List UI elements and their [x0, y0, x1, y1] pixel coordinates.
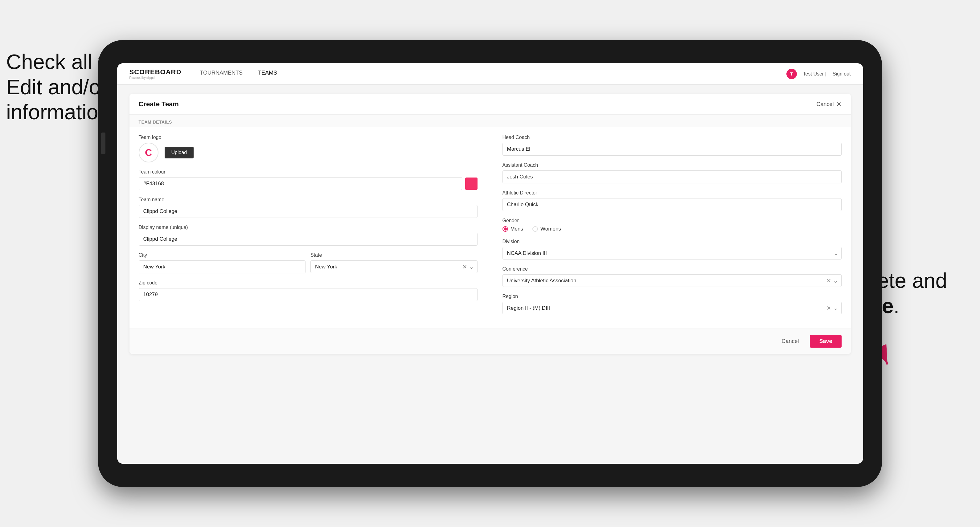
team-logo-group: Team logo C Upload — [139, 135, 477, 162]
conference-clear-icon[interactable]: ✕ — [826, 277, 831, 284]
athletic-director-input[interactable] — [503, 198, 842, 211]
panel-title: Create Team — [139, 100, 179, 108]
tablet-side-button — [101, 133, 105, 154]
mens-radio-dot[interactable] — [503, 226, 508, 232]
create-team-panel: Create Team Cancel ✕ TEAM DETAILS Team l… — [129, 94, 851, 354]
panel-footer: Cancel Save — [129, 329, 851, 354]
close-icon: ✕ — [836, 100, 842, 108]
cancel-footer-button[interactable]: Cancel — [775, 335, 805, 348]
gender-mens-option[interactable]: Mens — [503, 226, 523, 232]
mens-label: Mens — [511, 226, 523, 232]
state-clear-icon[interactable]: ✕ — [462, 264, 467, 270]
city-label: City — [139, 252, 306, 258]
logo-area: SCOREBOARD Powered by clippd — [129, 68, 181, 79]
assistant-coach-input[interactable] — [503, 170, 842, 183]
zip-label: Zip code — [139, 280, 477, 286]
division-group: Division NCAA Division III ⌄ — [503, 239, 842, 259]
state-select-wrapper: New York ✕ ⌄ — [310, 260, 477, 273]
region-label: Region — [503, 294, 842, 299]
form-right: Head Coach Assistant Coach Athletic Dire… — [490, 135, 842, 321]
save-button[interactable]: Save — [810, 335, 841, 348]
region-select-wrapper: Region II - (M) DIII ✕ ⌄ — [503, 302, 842, 314]
form-body: Team logo C Upload Team colour — [129, 127, 851, 329]
city-state-group: City State New York ✕ ⌄ — [139, 252, 477, 273]
tablet-screen: SCOREBOARD Powered by clippd TOURNAMENTS… — [117, 63, 863, 464]
instruction-period: . — [894, 294, 900, 317]
conference-select-wrapper: University Athletic Association ✕ ⌄ — [503, 274, 842, 287]
region-clear-icon[interactable]: ✕ — [826, 305, 831, 311]
logo-text: SCOREBOARD — [129, 68, 181, 76]
team-name-input[interactable] — [139, 205, 477, 218]
user-text: Test User | — [803, 71, 826, 77]
team-name-group: Team name — [139, 197, 477, 218]
conference-label: Conference — [503, 266, 842, 272]
upload-button[interactable]: Upload — [165, 147, 194, 159]
assistant-coach-group: Assistant Coach — [503, 162, 842, 183]
division-label: Division — [503, 239, 842, 244]
display-name-input[interactable] — [139, 233, 477, 246]
nav-teams[interactable]: TEAMS — [258, 70, 277, 78]
nav-right: T Test User | Sign out — [786, 69, 851, 79]
region-group: Region Region II - (M) DIII ✕ ⌄ — [503, 294, 842, 314]
womens-radio-dot[interactable] — [532, 226, 538, 232]
nav-links: TOURNAMENTS TEAMS — [200, 70, 786, 78]
panel-header: Create Team Cancel ✕ — [129, 94, 851, 115]
state-label: State — [310, 252, 477, 258]
color-input-row — [139, 177, 477, 190]
color-swatch[interactable] — [465, 178, 477, 190]
form-left: Team logo C Upload Team colour — [139, 135, 490, 321]
nav-tournaments[interactable]: TOURNAMENTS — [200, 70, 243, 78]
section-header: TEAM DETAILS — [129, 115, 851, 127]
head-coach-label: Head Coach — [503, 135, 842, 140]
team-logo-label: Team logo — [139, 135, 477, 140]
womens-label: Womens — [540, 226, 561, 232]
state-group: State New York ✕ ⌄ — [310, 252, 477, 273]
assistant-coach-label: Assistant Coach — [503, 162, 842, 168]
zip-group: Zip code — [139, 280, 477, 301]
city-group: City — [139, 252, 306, 273]
state-select[interactable]: New York — [310, 260, 477, 273]
logo-circle: C — [139, 143, 159, 162]
sign-out-link[interactable]: Sign out — [833, 71, 851, 77]
division-select-wrapper: NCAA Division III ⌄ — [503, 247, 842, 259]
cancel-header-button[interactable]: Cancel ✕ — [816, 100, 841, 108]
display-name-group: Display name (unique) — [139, 225, 477, 246]
conference-select[interactable]: University Athletic Association — [503, 274, 842, 287]
avatar: T — [786, 69, 797, 79]
cancel-header-label: Cancel — [816, 101, 834, 108]
logo-section: C Upload — [139, 143, 477, 162]
zip-input[interactable] — [139, 288, 477, 301]
gender-row: Mens Womens — [503, 226, 842, 232]
conference-group: Conference University Athletic Associati… — [503, 266, 842, 287]
head-coach-input[interactable] — [503, 143, 842, 156]
city-input[interactable] — [139, 260, 306, 273]
logo-sub: Powered by clippd — [129, 76, 181, 79]
team-colour-input[interactable] — [139, 177, 462, 190]
gender-label: Gender — [503, 218, 842, 224]
team-colour-label: Team colour — [139, 169, 477, 175]
main-content: Create Team Cancel ✕ TEAM DETAILS Team l… — [117, 85, 863, 464]
region-select[interactable]: Region II - (M) DIII — [503, 302, 842, 314]
gender-group: Gender Mens Womens — [503, 218, 842, 232]
athletic-director-label: Athletic Director — [503, 190, 842, 196]
display-name-label: Display name (unique) — [139, 225, 477, 230]
athletic-director-group: Athletic Director — [503, 190, 842, 211]
team-colour-group: Team colour — [139, 169, 477, 190]
nav-bar: SCOREBOARD Powered by clippd TOURNAMENTS… — [117, 63, 863, 85]
gender-womens-option[interactable]: Womens — [532, 226, 561, 232]
tablet-shell: SCOREBOARD Powered by clippd TOURNAMENTS… — [98, 40, 882, 487]
division-select[interactable]: NCAA Division III — [503, 247, 842, 259]
head-coach-group: Head Coach — [503, 135, 842, 156]
team-name-label: Team name — [139, 197, 477, 203]
